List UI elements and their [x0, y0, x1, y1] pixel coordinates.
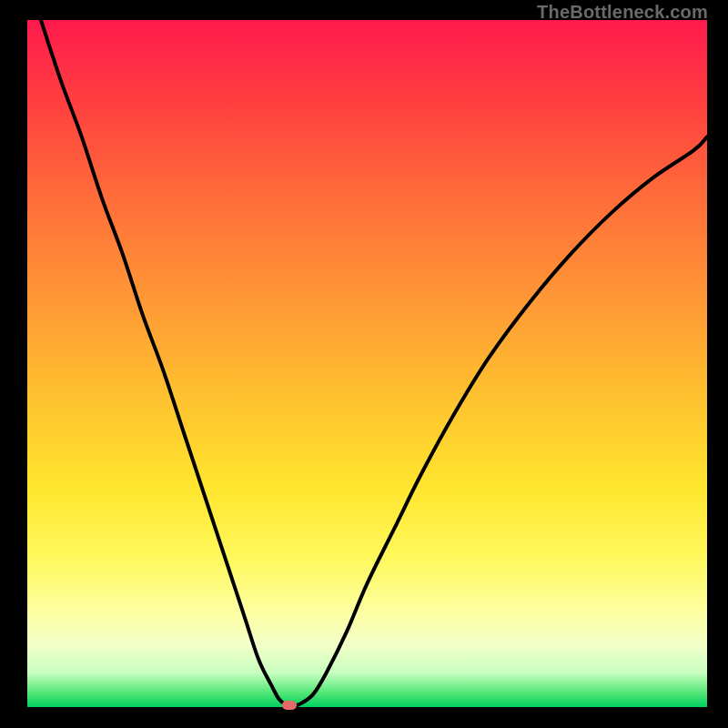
chart-plot-area: [27, 20, 707, 707]
bottleneck-curve: [27, 20, 707, 707]
optimum-marker: [282, 701, 297, 710]
